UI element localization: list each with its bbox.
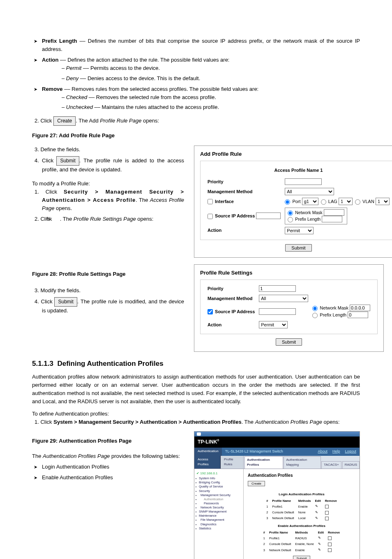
tree-item[interactable]: Management Security bbox=[196, 493, 242, 497]
tree-item[interactable]: Bridging Config bbox=[196, 480, 242, 485]
edit-icon[interactable]: ✎ bbox=[315, 504, 318, 508]
vlan-radio[interactable] bbox=[355, 199, 360, 205]
edit-icon[interactable]: ✎ bbox=[318, 536, 321, 540]
tab-access-profiles[interactable]: Access Profiles bbox=[194, 456, 221, 469]
submit-button-img: Submit bbox=[54, 297, 77, 307]
mask-input[interactable] bbox=[350, 305, 370, 311]
create-button-img: Create bbox=[53, 116, 76, 126]
tab-profile-rules[interactable]: Profile Rules bbox=[221, 456, 244, 469]
priority-input[interactable] bbox=[285, 178, 322, 185]
lag-radio[interactable] bbox=[321, 199, 326, 205]
modify-steps: 1. Click Security > Management Security … bbox=[32, 188, 184, 224]
source-ip-input[interactable] bbox=[259, 308, 296, 315]
submit-button-img: Submit bbox=[56, 156, 79, 166]
tab-tacacs[interactable]: TACACS+ bbox=[321, 461, 341, 468]
tab-radius[interactable]: RADIUS bbox=[342, 461, 360, 468]
modify-continue-steps: 3. Modify the fields. 4. Click Submit. T… bbox=[32, 286, 184, 315]
logout-link[interactable]: Logout bbox=[345, 449, 356, 453]
add-submit-button[interactable]: Submit bbox=[285, 244, 311, 252]
source-ip-check[interactable] bbox=[208, 309, 213, 314]
table-row: 2Console DefaultEnable, None✎ bbox=[261, 541, 342, 547]
deny-sub: – Deny –– Denies access to the device. T… bbox=[42, 74, 360, 83]
switch-title: TL-SL3428 L2 Management Switch bbox=[225, 449, 283, 455]
remove-check[interactable] bbox=[325, 511, 329, 515]
action-item: Action –– Defines the action attached to… bbox=[32, 56, 360, 82]
remove-check[interactable] bbox=[328, 548, 332, 552]
tree-item[interactable]: Authentication bbox=[196, 497, 242, 501]
tab-auth-profiles[interactable]: Authentication Profiles bbox=[244, 456, 283, 469]
tree-item[interactable]: Passwords bbox=[196, 501, 242, 506]
definition-list: Prefix Length –– Defines the number of b… bbox=[32, 37, 360, 111]
edit-icon[interactable]: ✎ bbox=[315, 510, 318, 514]
source-ip-check[interactable] bbox=[208, 214, 213, 219]
action-select[interactable]: Permit bbox=[259, 321, 288, 328]
port-select[interactable]: g1 bbox=[302, 198, 318, 205]
method-select[interactable]: All bbox=[285, 188, 334, 195]
profile-rule-settings-panel: Profile Rule Settings Priority Managemen… bbox=[194, 264, 384, 352]
mask-radio[interactable] bbox=[312, 306, 318, 311]
method-select[interactable]: All bbox=[259, 295, 308, 302]
figure-27-caption: Figure 27: Add Profile Rule Page bbox=[32, 132, 360, 140]
table-row: 1Profile1RADIUS✎ bbox=[261, 535, 342, 541]
mask-radio[interactable] bbox=[288, 210, 293, 216]
tab-auth-mapping[interactable]: Authentication Mapping bbox=[284, 456, 321, 469]
login-auth-title: Login Authentication Profiles bbox=[248, 492, 355, 497]
section-5113-heading: 5.1.1.3 Defining Authentication Profiles bbox=[32, 358, 360, 369]
tree-item[interactable]: Diagnostics bbox=[196, 522, 242, 527]
create-button[interactable]: Create bbox=[248, 481, 265, 486]
edit-icon[interactable]: ✎ bbox=[315, 516, 318, 520]
remove-item: Remove –– Removes rules from the selecte… bbox=[32, 85, 360, 111]
table-row: 2Console DefaultNone✎ bbox=[264, 510, 339, 515]
edit-icon[interactable]: ✎ bbox=[318, 542, 321, 546]
mask-input[interactable] bbox=[324, 209, 344, 216]
plen-radio[interactable] bbox=[312, 313, 318, 318]
panel-title: Profile Rule Settings bbox=[200, 269, 378, 277]
tree-item[interactable]: Quality of Service bbox=[196, 485, 242, 489]
fig29-intro: The Authentication Profiles Page provide… bbox=[32, 452, 184, 460]
pencil-edit-icon: ✎ bbox=[53, 215, 58, 223]
side-sub-tabs: Access Profiles Profile Rules bbox=[194, 456, 244, 469]
help-link[interactable]: Help bbox=[332, 449, 340, 453]
auth-profile-steps: 1. Click System > Management Security > … bbox=[32, 418, 360, 426]
plen-input[interactable] bbox=[348, 312, 368, 318]
tree-item[interactable]: Statistics bbox=[196, 527, 242, 531]
label: Action bbox=[42, 57, 58, 63]
lag-select[interactable]: 1 bbox=[339, 198, 353, 205]
table-row: 3Network DefaultEnable✎ bbox=[261, 547, 342, 553]
label: Remove bbox=[42, 86, 63, 92]
settings-submit-button[interactable]: Submit bbox=[276, 338, 302, 346]
main-tabs: Authentication Profiles Authentication M… bbox=[244, 456, 360, 469]
remove-check[interactable] bbox=[325, 517, 329, 520]
remove-check[interactable] bbox=[328, 536, 332, 540]
remove-check[interactable] bbox=[328, 543, 332, 546]
vlan-select[interactable]: 1 bbox=[376, 198, 390, 205]
remove-check[interactable] bbox=[325, 505, 329, 508]
tree-item[interactable]: Security bbox=[196, 489, 242, 493]
panel-title: Add Profile Rule bbox=[200, 150, 392, 158]
unchecked-sub: – Unchecked –– Maintains the rules attac… bbox=[42, 103, 360, 111]
plen-radio[interactable] bbox=[288, 217, 293, 222]
action-select[interactable]: Permit bbox=[285, 227, 314, 234]
prefix-length-item: Prefix Length –– Defines the number of b… bbox=[32, 37, 360, 53]
click-create-step: 2. Click Create. The Add Profile Rule Pa… bbox=[32, 116, 360, 126]
tree-item[interactable]: Maintenance bbox=[196, 514, 242, 518]
app-submit-button[interactable]: Submit bbox=[293, 556, 311, 559]
priority-input[interactable] bbox=[259, 285, 296, 292]
plen-input[interactable] bbox=[322, 216, 342, 222]
window-icon bbox=[197, 432, 201, 436]
main-content: Authentication Profiles Create Login Aut… bbox=[244, 469, 360, 559]
enable-auth-title: Enable Authentication Profiles bbox=[248, 524, 355, 529]
source-ip-input[interactable] bbox=[256, 213, 281, 219]
figure-28-caption: Figure 28: Profile Rule Settings Page bbox=[32, 270, 184, 278]
edit-icon[interactable]: ✎ bbox=[318, 548, 321, 552]
port-radio[interactable] bbox=[285, 199, 290, 205]
interface-check[interactable] bbox=[208, 199, 213, 204]
about-link[interactable]: About bbox=[318, 449, 327, 453]
tree-item[interactable]: System Info bbox=[196, 476, 242, 480]
tree-item[interactable]: SNMP Management bbox=[196, 510, 242, 514]
settings-form: Priority Management MethodAll Source IP … bbox=[205, 284, 372, 330]
side-header: Authentication bbox=[194, 448, 222, 456]
tree-item[interactable]: Network Security bbox=[196, 506, 242, 510]
tree-item[interactable]: File Management bbox=[196, 518, 242, 522]
auth-profiles-screenshot: TP-LINK® Authentication TL-SL3428 L2 Man… bbox=[194, 431, 360, 559]
